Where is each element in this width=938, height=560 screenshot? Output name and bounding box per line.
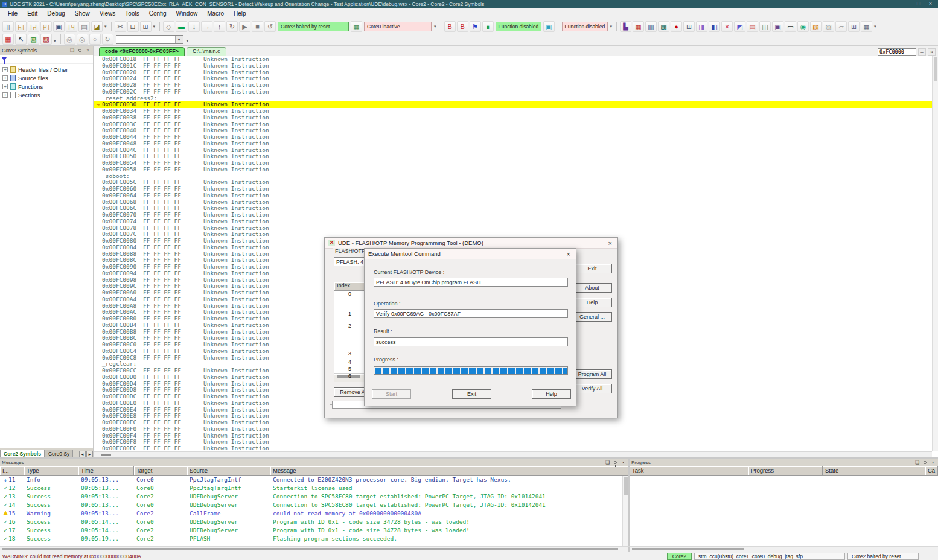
step-out-button[interactable]: ↑ [214,21,225,32]
breakpoint-gutter[interactable] [94,212,102,218]
history-button[interactable]: ↻ [102,34,113,45]
breakpoint-gutter[interactable] [94,426,102,433]
script-window-button[interactable]: ▣ [772,21,783,32]
breakpoint-gutter[interactable] [94,63,102,69]
menu-help[interactable]: Help [229,9,250,18]
message-row[interactable]: ✓18Success09:05:19...Core2PFLASHFlashing… [0,535,628,543]
stack-window-button[interactable]: ▤ [747,21,758,32]
breakpoint-gutter[interactable] [94,225,102,232]
disassembly-window-button[interactable]: ▥ [645,21,657,32]
memtool-close-button[interactable]: × [607,240,614,247]
breakpoint-gutter[interactable] [94,322,102,329]
breakpoint-gutter[interactable] [94,238,102,244]
breakpoint-gutter[interactable] [94,127,102,134]
breakpoint-gutter[interactable] [94,277,102,284]
sector-index-row[interactable]: 6 [334,373,366,379]
breakpoint-gutter[interactable] [94,283,102,290]
progress-pin-button[interactable] [922,459,928,466]
code-row[interactable]: 0x00FC0058FF FF FF FFUnknown Instruction [94,167,932,173]
address-input[interactable] [878,48,916,56]
symbol-browser-button[interactable]: ▧ [28,34,39,45]
menu-edit[interactable]: Edit [23,9,42,18]
breakpoint-gutter[interactable] [94,82,102,89]
trace-chart-button[interactable]: ∎ [482,21,494,32]
record-macro-button[interactable]: ● [671,21,682,32]
code-row[interactable]: 0x00FC00F0FF FF FF FFUnknown Instruction [94,426,932,433]
breakpoint-gutter[interactable] [94,244,102,251]
tab-scroll-left-button[interactable]: ◄ [79,451,86,457]
chart-window-button[interactable]: ▧ [810,21,822,32]
tile-windows-button[interactable]: ⊞ [848,21,860,32]
breakpoint-gutter[interactable] [94,153,102,160]
breakpoint-gutter[interactable] [94,108,102,115]
toolbar-overflow-button[interactable]: ▾ [610,24,613,29]
help-button[interactable]: Help [532,389,571,399]
workspace-manager-button[interactable]: ▦ [2,34,14,45]
program-all-button[interactable]: Program All [572,369,612,379]
breakpoint-gutter[interactable] [94,69,102,76]
messages-column-time[interactable]: Time [78,466,134,476]
open-workspace-write-button[interactable]: ◲ [28,21,39,32]
show-next-statement-button[interactable]: ◇ [163,21,174,32]
edit-pointer-button[interactable]: ↖ [15,34,27,45]
message-row[interactable]: ✓17Success09:05:14...Core2UDEDebugServer… [0,526,628,535]
message-row[interactable]: ✓12Success09:05:13...Core0PpcJtagTargInt… [0,484,628,492]
web-browser-button[interactable]: ◉ [797,21,809,32]
progress-close-button[interactable]: × [930,459,936,466]
expand-toggle[interactable]: + [2,92,8,98]
open-file-button[interactable]: ◳ [66,21,77,32]
message-row[interactable]: 15Warning09:05:13...Core2CallFramecould … [0,509,628,518]
breakpoint-gutter[interactable] [94,361,102,368]
load-program-button[interactable]: ◪ [91,21,103,32]
console-window-button[interactable]: ▭ [785,21,796,32]
current-pc-arrow-icon[interactable]: → [94,101,102,108]
sector-index-row[interactable]: 5 [334,366,366,372]
step-over-button[interactable]: → [201,21,212,32]
menu-debug[interactable]: Debug [43,9,69,18]
pane-minimize-button[interactable]: – [918,48,926,56]
progress-float-button[interactable]: ❏ [914,459,920,466]
breakpoint-gutter[interactable] [94,381,102,387]
breakpoint-gutter[interactable] [94,75,102,82]
breakpoint-gutter[interactable] [94,141,102,147]
sector-index-row[interactable]: 0 [334,291,366,297]
symbols-tab-core0-sy[interactable]: Core0 Sy [45,450,73,457]
breakpoint-gutter[interactable] [94,329,102,336]
symbols-tab-core2-symbols[interactable]: Core2 Symbols [0,450,45,457]
menu-views[interactable]: Views [95,9,120,18]
toolbar-overflow-button[interactable]: ▾ [187,39,189,43]
breakpoint-gutter[interactable] [94,374,102,381]
breakpoint-gutter[interactable] [94,199,102,206]
breakpoint-gutter[interactable] [94,419,102,426]
toggle-breakpoint-button[interactable]: B [457,21,468,32]
peripheral-window-button[interactable]: ◨ [696,21,707,32]
message-row[interactable]: ✓16Success09:05:14...Core0UDEDebugServer… [0,518,628,526]
step-into-button[interactable]: ↓ [188,21,200,32]
execute-close-button[interactable]: × [565,250,572,258]
breakpoint-gutter[interactable] [94,290,102,296]
messages-close-button[interactable]: × [620,459,627,466]
variables-window-button[interactable]: ◩ [734,21,745,32]
copy-button[interactable]: ⊡ [127,21,139,32]
breakpoint-gutter[interactable] [94,167,102,173]
cut-button[interactable]: ✂ [115,21,126,32]
workspace-windows-button[interactable]: ▙ [620,21,631,32]
message-row[interactable]: ✓13Success09:05:13...Core2UDEDebugServer… [0,492,628,501]
panel-close-button[interactable]: × [85,47,91,54]
toolbar-overflow-button[interactable]: ▾ [874,24,876,29]
breakpoint-gutter[interactable] [94,251,102,258]
window-close-button[interactable]: × [929,1,932,7]
tab-main-c[interactable]: C:\..\main.c [187,47,226,56]
code-row[interactable]: 0x00FC001CFF FF FF FFUnknown Instruction [94,63,932,69]
breakpoint-gutter[interactable] [94,257,102,264]
code-horizontal-scrollbar[interactable] [94,451,932,457]
breakpoint-gutter[interactable] [94,192,102,199]
progress-horizontal-scrollbar[interactable] [630,547,938,552]
verify-all-button[interactable]: Verify All [572,384,612,393]
new-file-button[interactable]: ▯ [2,21,14,32]
breakpoint-gutter[interactable] [94,342,102,348]
breakpoint-gutter[interactable] [94,303,102,310]
window-minimize-button[interactable]: – [905,1,908,7]
tree-item-header-files-other[interactable]: +Header files / Other [0,65,93,74]
breakpoint-gutter[interactable] [94,160,102,167]
